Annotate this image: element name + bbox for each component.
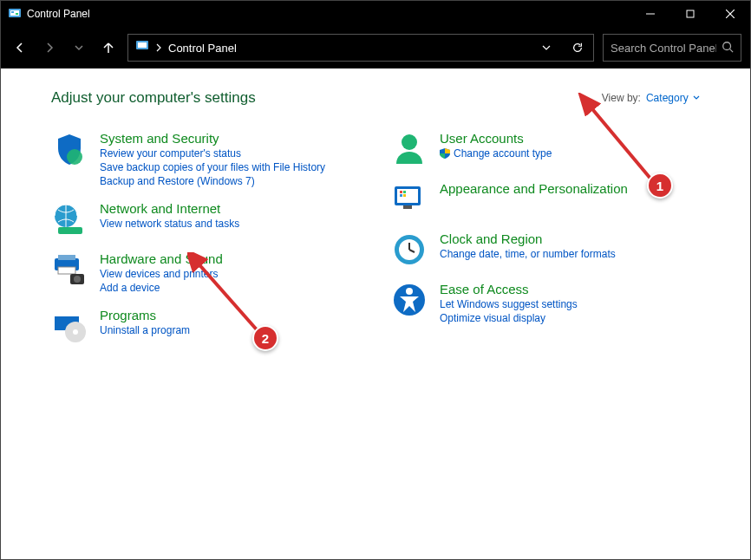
search-icon bbox=[722, 41, 734, 55]
category-link[interactable]: Optimize visual display bbox=[440, 312, 578, 324]
svg-point-23 bbox=[73, 329, 78, 335]
viewby-value: Category bbox=[646, 92, 689, 104]
printer-camera-icon bbox=[51, 251, 88, 288]
category-link[interactable]: View devices and printers bbox=[100, 268, 223, 280]
svg-rect-14 bbox=[58, 227, 82, 234]
category-link[interactable]: Backup and Restore (Windows 7) bbox=[100, 175, 325, 187]
refresh-button[interactable] bbox=[569, 39, 586, 56]
svg-rect-21 bbox=[55, 311, 79, 316]
category-programs: Programs Uninstall a program bbox=[51, 308, 360, 344]
category-ease-of-access: Ease of Access Let Windows suggest setti… bbox=[391, 282, 700, 324]
category-title[interactable]: Programs bbox=[100, 308, 190, 322]
close-button[interactable] bbox=[710, 1, 750, 27]
category-user-accounts: User Accounts Change account type bbox=[391, 131, 700, 167]
viewby-dropdown[interactable]: Category bbox=[646, 92, 700, 104]
globe-network-icon bbox=[51, 201, 88, 238]
titlebar: Control Panel bbox=[1, 1, 750, 27]
viewby-control: View by: Category bbox=[602, 92, 700, 104]
svg-rect-31 bbox=[403, 205, 412, 209]
svg-point-19 bbox=[74, 276, 81, 283]
page-title: Adjust your computer's settings bbox=[51, 89, 256, 107]
window: Control Panel bbox=[0, 0, 751, 560]
category-link[interactable]: Review your computer's status bbox=[100, 147, 325, 160]
search-box[interactable] bbox=[603, 34, 741, 62]
svg-line-11 bbox=[730, 49, 734, 52]
maximize-button[interactable] bbox=[670, 1, 710, 27]
viewby-label: View by: bbox=[602, 92, 641, 104]
category-network-internet: Network and Internet View network status… bbox=[51, 201, 360, 238]
history-dropdown-button[interactable] bbox=[538, 39, 555, 56]
category-columns: System and Security Review your computer… bbox=[51, 131, 700, 358]
svg-rect-2 bbox=[11, 11, 14, 13]
svg-rect-17 bbox=[58, 267, 75, 274]
svg-rect-5 bbox=[687, 10, 694, 17]
breadcrumb[interactable]: Control Panel bbox=[168, 42, 532, 55]
window-controls bbox=[630, 1, 750, 27]
category-title[interactable]: Appearance and Personalization bbox=[440, 181, 628, 196]
uac-shield-icon bbox=[440, 148, 450, 159]
forward-button[interactable] bbox=[39, 37, 60, 58]
category-link[interactable]: Change account type bbox=[440, 147, 552, 160]
left-column: System and Security Review your computer… bbox=[51, 131, 360, 358]
clock-globe-icon bbox=[391, 231, 428, 268]
category-title[interactable]: Network and Internet bbox=[100, 201, 239, 216]
svg-rect-9 bbox=[138, 42, 147, 48]
category-link-label: Change account type bbox=[454, 147, 552, 160]
category-title[interactable]: User Accounts bbox=[440, 131, 552, 146]
category-link[interactable]: View network status and tasks bbox=[100, 218, 239, 230]
svg-rect-28 bbox=[403, 191, 406, 193]
category-appearance-personalization: Appearance and Personalization bbox=[391, 181, 700, 218]
category-link[interactable]: Add a device bbox=[100, 282, 223, 294]
svg-rect-16 bbox=[58, 255, 75, 260]
chevron-down-icon bbox=[693, 94, 700, 101]
search-input[interactable] bbox=[611, 42, 716, 55]
category-title[interactable]: Hardware and Sound bbox=[100, 251, 223, 266]
svg-rect-27 bbox=[400, 191, 402, 193]
window-title: Control Panel bbox=[27, 8, 630, 20]
accessibility-icon bbox=[391, 282, 428, 318]
up-button[interactable] bbox=[98, 37, 119, 58]
svg-rect-3 bbox=[16, 13, 18, 15]
address-bar[interactable]: Control Panel bbox=[127, 34, 594, 62]
category-clock-region: Clock and Region Change date, time, or n… bbox=[391, 231, 700, 268]
svg-point-24 bbox=[402, 134, 417, 150]
category-link[interactable]: Uninstall a program bbox=[100, 324, 190, 336]
monitor-palette-icon bbox=[391, 181, 428, 218]
back-button[interactable] bbox=[10, 37, 30, 58]
user-icon bbox=[391, 131, 428, 167]
minimize-button[interactable] bbox=[630, 1, 670, 27]
category-title[interactable]: Ease of Access bbox=[440, 282, 578, 296]
svg-rect-30 bbox=[403, 194, 406, 197]
programs-cd-icon bbox=[51, 308, 88, 344]
control-panel-app-icon bbox=[8, 7, 22, 21]
category-link[interactable]: Save backup copies of your files with Fi… bbox=[100, 161, 325, 173]
right-column: User Accounts Change account type Appear… bbox=[391, 131, 700, 358]
content: Adjust your computer's settings View by:… bbox=[1, 68, 750, 559]
category-hardware-sound: Hardware and Sound View devices and prin… bbox=[51, 251, 360, 294]
category-system-security: System and Security Review your computer… bbox=[51, 131, 360, 187]
svg-rect-29 bbox=[400, 194, 402, 197]
category-link[interactable]: Let Windows suggest settings bbox=[440, 298, 578, 310]
category-link[interactable]: Change date, time, or number formats bbox=[440, 248, 616, 260]
recent-locations-button[interactable] bbox=[69, 37, 89, 58]
svg-point-10 bbox=[723, 42, 731, 49]
svg-point-37 bbox=[406, 288, 413, 295]
breadcrumb-chevron-icon[interactable] bbox=[154, 40, 163, 55]
control-panel-path-icon bbox=[135, 39, 149, 56]
shield-icon bbox=[51, 131, 88, 167]
category-title[interactable]: Clock and Region bbox=[440, 231, 616, 246]
header-row: Adjust your computer's settings View by:… bbox=[51, 89, 700, 107]
toolbar: Control Panel bbox=[1, 27, 750, 68]
category-title[interactable]: System and Security bbox=[100, 131, 325, 146]
svg-point-12 bbox=[67, 149, 82, 165]
